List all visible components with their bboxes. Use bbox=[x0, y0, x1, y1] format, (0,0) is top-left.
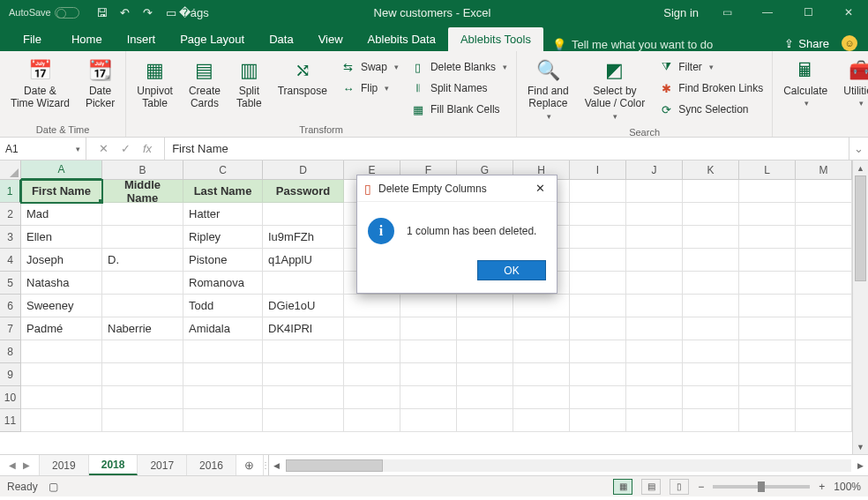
cell[interactable] bbox=[457, 386, 513, 409]
cell[interactable] bbox=[457, 317, 513, 340]
cell[interactable] bbox=[400, 317, 457, 340]
close-icon[interactable]: ✕ bbox=[836, 4, 861, 21]
cell[interactable] bbox=[457, 409, 513, 432]
autosave-toggle[interactable]: AutoSave bbox=[9, 7, 79, 19]
filter-button[interactable]: ⧩Filter▾ bbox=[655, 58, 767, 76]
cell[interactable] bbox=[796, 363, 852, 386]
tab-home[interactable]: Home bbox=[59, 27, 115, 51]
cell[interactable] bbox=[457, 363, 513, 386]
sync-selection-button[interactable]: ⟳Sync Selection bbox=[655, 101, 767, 118]
swap-button[interactable]: ⇆Swap▾ bbox=[338, 58, 402, 76]
zoom-in-icon[interactable]: + bbox=[819, 481, 825, 493]
transpose-button[interactable]: ⤭Transpose bbox=[273, 55, 333, 101]
cell[interactable] bbox=[183, 363, 263, 386]
enter-formula-icon[interactable]: ✓ bbox=[121, 142, 131, 155]
sheet-nav-prev-icon[interactable]: ◀ bbox=[9, 460, 16, 470]
cell[interactable] bbox=[626, 409, 683, 432]
cell[interactable] bbox=[570, 409, 626, 432]
column-header[interactable]: L bbox=[739, 160, 796, 180]
cell[interactable] bbox=[513, 295, 570, 317]
column-header[interactable]: K bbox=[683, 160, 739, 180]
cell[interactable] bbox=[102, 363, 183, 386]
cell[interactable] bbox=[739, 180, 796, 203]
cell[interactable] bbox=[102, 409, 183, 432]
column-header[interactable]: M bbox=[796, 160, 852, 180]
cell[interactable] bbox=[513, 386, 570, 409]
cell[interactable] bbox=[796, 180, 852, 203]
cell[interactable]: Natasha bbox=[21, 272, 102, 295]
scroll-up-icon[interactable]: ▲ bbox=[853, 160, 868, 175]
sheet-tab[interactable]: 2016 bbox=[187, 455, 236, 475]
cell[interactable]: Mad bbox=[21, 203, 102, 226]
split-table-button[interactable]: ▥Split Table bbox=[231, 55, 267, 114]
cell[interactable] bbox=[400, 363, 457, 386]
view-page-layout-icon[interactable]: ▤ bbox=[641, 479, 661, 495]
cell[interactable] bbox=[570, 317, 626, 340]
select-all-button[interactable] bbox=[0, 160, 21, 180]
sign-in-link[interactable]: Sign in bbox=[663, 6, 699, 19]
cell[interactable] bbox=[796, 386, 852, 409]
row-header[interactable]: 11 bbox=[0, 409, 21, 432]
scroll-thumb[interactable] bbox=[855, 175, 866, 281]
add-sheet-button[interactable]: ⊕ bbox=[236, 455, 263, 475]
cell[interactable] bbox=[626, 340, 683, 363]
cell[interactable] bbox=[683, 295, 739, 317]
redo-icon[interactable]: ↷ bbox=[141, 5, 155, 19]
cell[interactable] bbox=[570, 295, 626, 317]
cell[interactable] bbox=[457, 340, 513, 363]
cell[interactable] bbox=[796, 409, 852, 432]
row-header[interactable]: 10 bbox=[0, 386, 21, 409]
utilities-button[interactable]: 🧰Utilities▾ bbox=[838, 55, 868, 112]
new-file-icon[interactable]: ▭ bbox=[164, 5, 178, 19]
tab-page-layout[interactable]: Page Layout bbox=[168, 27, 257, 51]
cell[interactable] bbox=[739, 226, 796, 249]
cell[interactable]: Amidala bbox=[183, 317, 263, 340]
share-button[interactable]: ⇪Share bbox=[784, 37, 829, 50]
cell[interactable] bbox=[739, 203, 796, 226]
cell[interactable]: Middle Name bbox=[102, 180, 183, 203]
cell[interactable] bbox=[796, 226, 852, 249]
date-time-wizard-button[interactable]: 📅Date & Time Wizard bbox=[5, 55, 75, 114]
split-names-button[interactable]: ⦀Split Names bbox=[408, 79, 511, 97]
cell[interactable]: Ellen bbox=[21, 226, 102, 249]
cell[interactable] bbox=[344, 409, 400, 432]
row-header[interactable]: 2 bbox=[0, 203, 21, 226]
column-header[interactable]: D bbox=[263, 160, 344, 180]
view-page-break-icon[interactable]: ▯ bbox=[670, 479, 689, 495]
cell[interactable] bbox=[626, 317, 683, 340]
cell[interactable]: First Name bbox=[21, 180, 102, 203]
undo-icon[interactable]: ↶ bbox=[118, 5, 132, 19]
cell[interactable] bbox=[739, 272, 796, 295]
cell[interactable] bbox=[796, 272, 852, 295]
cell[interactable] bbox=[626, 180, 683, 203]
macro-recording-icon[interactable]: ▢ bbox=[49, 481, 58, 493]
tab-ablebits-data[interactable]: Ablebits Data bbox=[355, 27, 448, 51]
cell[interactable]: Romanova bbox=[183, 272, 263, 295]
save-icon[interactable]: 🖫 bbox=[95, 5, 109, 19]
sheet-nav[interactable]: ◀ ▶ bbox=[0, 455, 40, 475]
unpivot-table-button[interactable]: ▦Unpivot Table bbox=[131, 55, 178, 114]
cell[interactable] bbox=[739, 386, 796, 409]
find-broken-links-button[interactable]: ✱Find Broken Links bbox=[655, 79, 767, 97]
cell[interactable] bbox=[102, 226, 183, 249]
cell[interactable] bbox=[183, 340, 263, 363]
row-header[interactable]: 4 bbox=[0, 249, 21, 272]
cell[interactable] bbox=[683, 340, 739, 363]
cell[interactable] bbox=[457, 295, 513, 317]
cell[interactable] bbox=[683, 203, 739, 226]
cell[interactable] bbox=[739, 363, 796, 386]
sheet-tab[interactable]: 2019 bbox=[40, 455, 89, 475]
cell[interactable] bbox=[344, 386, 400, 409]
cell[interactable]: Iu9mFZh bbox=[263, 226, 344, 249]
formula-input[interactable]: First Name bbox=[165, 138, 849, 160]
cell[interactable]: Pistone bbox=[183, 249, 263, 272]
cell[interactable] bbox=[400, 295, 457, 317]
cancel-formula-icon[interactable]: ✕ bbox=[99, 142, 108, 155]
cell[interactable] bbox=[739, 409, 796, 432]
cell[interactable] bbox=[739, 340, 796, 363]
row-header[interactable]: 1 bbox=[0, 180, 21, 203]
column-header[interactable]: B bbox=[102, 160, 183, 180]
cell[interactable] bbox=[344, 295, 400, 317]
scroll-left-icon[interactable]: ◀ bbox=[269, 461, 285, 470]
cell[interactable] bbox=[102, 203, 183, 226]
